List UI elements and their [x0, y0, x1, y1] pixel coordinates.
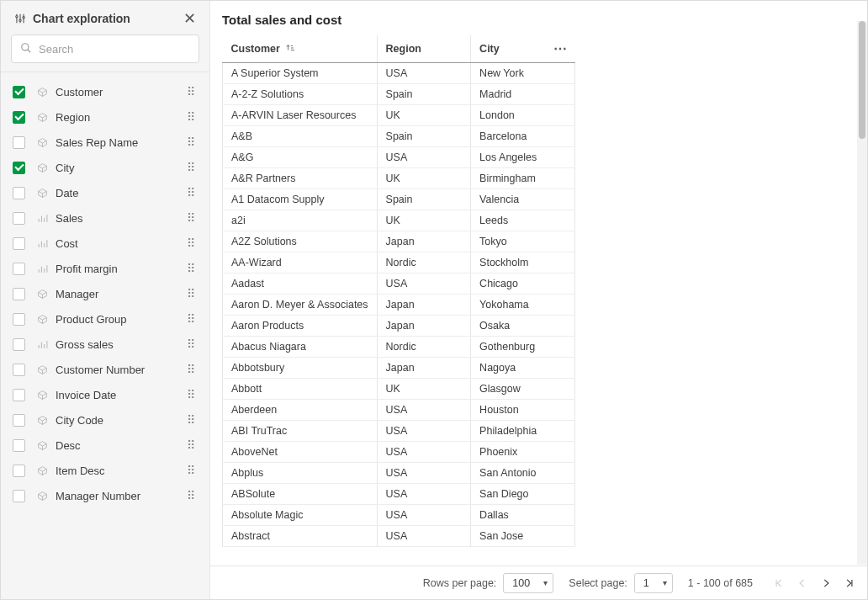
checkbox[interactable]: [13, 313, 25, 326]
checkbox[interactable]: [13, 490, 25, 502]
next-page-button[interactable]: [820, 577, 832, 589]
drag-handle-icon[interactable]: ⠿: [185, 187, 198, 199]
table-row[interactable]: Aaron ProductsJapanOsaka: [223, 316, 575, 337]
table-row[interactable]: A2Z SolutionsJapanTokyo: [223, 231, 575, 252]
panel-title: Chart exploration: [33, 12, 130, 25]
drag-handle-icon[interactable]: ⠿: [185, 111, 198, 123]
vertical-scrollbar[interactable]: [857, 21, 867, 565]
table-row[interactable]: Abacus NiagaraNordicGothenburg: [223, 337, 575, 358]
field-item[interactable]: Invoice Date⠿: [9, 382, 201, 407]
table-row[interactable]: AA-WizardNordicStockholm: [223, 252, 575, 273]
checkbox[interactable]: [13, 364, 25, 376]
checkbox[interactable]: [13, 263, 25, 275]
field-label: Item Desc: [56, 465, 185, 477]
cell-customer: ABSolute: [223, 484, 378, 505]
checkbox[interactable]: [13, 338, 25, 351]
field-item[interactable]: City Code⠿: [9, 407, 201, 433]
field-item[interactable]: Cost⠿: [9, 231, 201, 256]
cell-city: Yokohama: [471, 295, 575, 316]
table-row[interactable]: AboveNetUSAPhoenix: [223, 442, 575, 463]
drag-handle-icon[interactable]: ⠿: [185, 313, 198, 325]
last-page-button[interactable]: [844, 577, 855, 589]
scroll-thumb[interactable]: [859, 21, 865, 139]
column-header-customer[interactable]: Customer: [223, 35, 378, 63]
cell-customer: Aaron D. Meyer & Associates: [223, 295, 378, 316]
field-item[interactable]: Customer⠿: [9, 79, 201, 104]
dimension-icon: [35, 465, 49, 476]
table-row[interactable]: a2iUKLeeds: [223, 210, 575, 231]
field-item[interactable]: Date⠿: [9, 180, 201, 205]
drag-handle-icon[interactable]: ⠿: [185, 389, 198, 401]
table-row[interactable]: AadastUSAChicago: [223, 273, 575, 295]
drag-handle-icon[interactable]: ⠿: [185, 136, 198, 148]
field-item[interactable]: Gross sales⠿: [9, 332, 201, 357]
drag-handle-icon[interactable]: ⠿: [185, 439, 198, 451]
table-row[interactable]: A&BSpainBarcelona: [223, 126, 575, 147]
checkbox[interactable]: [13, 136, 25, 149]
field-item[interactable]: Customer Number⠿: [9, 357, 201, 382]
drag-handle-icon[interactable]: ⠿: [185, 162, 198, 173]
first-page-button[interactable]: [773, 577, 785, 589]
field-item[interactable]: Region⠿: [9, 104, 201, 130]
search-input[interactable]: [39, 43, 190, 56]
drag-handle-icon[interactable]: ⠿: [185, 86, 198, 98]
drag-handle-icon[interactable]: ⠿: [185, 490, 198, 502]
field-item[interactable]: Manager Number⠿: [9, 483, 201, 508]
drag-handle-icon[interactable]: ⠿: [185, 364, 198, 375]
cell-city: San Jose: [471, 526, 575, 547]
checkbox[interactable]: [13, 389, 25, 401]
checkbox[interactable]: [13, 212, 25, 225]
field-item[interactable]: Sales Rep Name⠿: [9, 130, 201, 155]
field-item[interactable]: Item Desc⠿: [9, 458, 201, 483]
cell-customer: Abbott: [223, 379, 378, 400]
column-header-region[interactable]: Region: [377, 35, 471, 63]
table-row[interactable]: A&R PartnersUKBirmingham: [223, 168, 575, 189]
drag-handle-icon[interactable]: ⠿: [185, 465, 198, 476]
column-header-city[interactable]: City ⋯: [471, 35, 575, 63]
rows-per-page-select[interactable]: 100 ▾: [503, 573, 553, 593]
drag-handle-icon[interactable]: ⠿: [185, 263, 198, 274]
checkbox[interactable]: [13, 465, 25, 477]
drag-handle-icon[interactable]: ⠿: [185, 338, 198, 350]
checkbox[interactable]: [13, 86, 25, 98]
drag-handle-icon[interactable]: ⠿: [185, 237, 198, 249]
field-item[interactable]: City⠿: [9, 155, 201, 180]
checkbox[interactable]: [13, 187, 25, 199]
table-row[interactable]: AberdeenUSAHouston: [223, 400, 575, 421]
table-row[interactable]: A-ARVIN Laser ResourcesUKLondon: [223, 105, 575, 126]
checkbox[interactable]: [13, 237, 25, 250]
cell-customer: Abacus Niagara: [223, 337, 378, 358]
checkbox[interactable]: [13, 288, 25, 300]
drag-handle-icon[interactable]: ⠿: [185, 288, 198, 300]
table-row[interactable]: Absolute MagicUSADallas: [223, 505, 575, 526]
cell-region: USA: [377, 505, 471, 526]
prev-page-button[interactable]: [797, 577, 808, 589]
checkbox[interactable]: [13, 162, 25, 174]
table-row[interactable]: Aaron D. Meyer & AssociatesJapanYokohama: [223, 295, 575, 316]
checkbox[interactable]: [13, 414, 25, 427]
table-row[interactable]: AbstractUSASan Jose: [223, 526, 575, 547]
drag-handle-icon[interactable]: ⠿: [185, 212, 198, 224]
checkbox[interactable]: [13, 111, 25, 124]
more-icon[interactable]: ⋯: [553, 42, 567, 56]
table-row[interactable]: A&GUSALos Angeles: [223, 147, 575, 168]
search-box[interactable]: [11, 35, 199, 63]
table-row[interactable]: AbbottUKGlasgow: [223, 379, 575, 400]
table-row[interactable]: AbbotsburyJapanNagoya: [223, 358, 575, 379]
table-row[interactable]: A-2-Z SolutionsSpainMadrid: [223, 84, 575, 105]
cell-region: USA: [377, 63, 471, 84]
table-row[interactable]: ABI TruTracUSAPhiladelphia: [223, 421, 575, 442]
close-icon[interactable]: ✕: [183, 11, 196, 26]
field-item[interactable]: Desc⠿: [9, 433, 201, 458]
table-row[interactable]: A1 Datacom SupplySpainValencia: [223, 189, 575, 210]
field-item[interactable]: Manager⠿: [9, 281, 201, 306]
field-item[interactable]: Product Group⠿: [9, 306, 201, 332]
table-row[interactable]: ABSoluteUSASan Diego: [223, 484, 575, 505]
checkbox[interactable]: [13, 439, 25, 452]
field-item[interactable]: Profit margin⠿: [9, 256, 201, 281]
table-row[interactable]: AbplusUSASan Antonio: [223, 463, 575, 484]
field-item[interactable]: Sales⠿: [9, 205, 201, 231]
select-page-select[interactable]: 1 ▾: [634, 573, 673, 593]
table-row[interactable]: A Superior SystemUSANew York: [223, 63, 575, 84]
drag-handle-icon[interactable]: ⠿: [185, 414, 198, 426]
